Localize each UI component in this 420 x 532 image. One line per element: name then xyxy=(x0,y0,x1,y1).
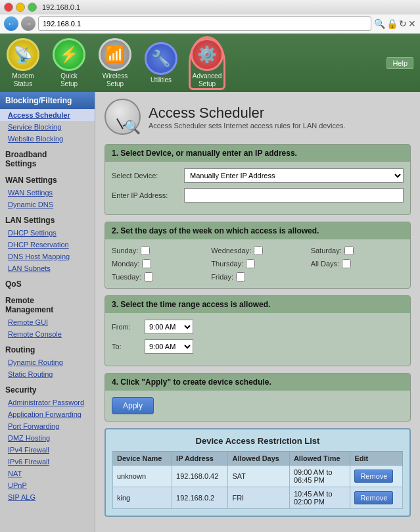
sidebar-item-admin-password[interactable]: Administrator Password xyxy=(0,397,95,408)
from-time-select[interactable]: 12:00 AM1:00 AM2:00 AM 3:00 AM4:00 AM5:0… xyxy=(145,320,193,334)
sidebar-item-port-forwarding[interactable]: Port Forwarding xyxy=(0,420,95,432)
section3-body: From: 12:00 AM1:00 AM2:00 AM 3:00 AM4:00… xyxy=(105,313,410,366)
section-apply: 4. Click "Apply" to create device schedu… xyxy=(105,373,411,422)
section3-title: 3. Select the time range access is allow… xyxy=(105,296,410,313)
sidebar-item-website-blocking[interactable]: Website Blocking xyxy=(0,133,95,145)
apply-button[interactable]: Apply xyxy=(112,397,154,414)
advanced-setup-icon: ⚙️ xyxy=(191,38,223,71)
title-bar: 192.168.0.1 xyxy=(0,0,420,14)
refresh-icon[interactable]: ↻ xyxy=(399,18,407,29)
sidebar-item-static-routing[interactable]: Static Routing xyxy=(0,368,95,380)
to-label: To: xyxy=(112,343,145,351)
page-title: Access Scheduler xyxy=(149,105,346,122)
sidebar-item-app-forwarding[interactable]: Application Forwarding xyxy=(0,408,95,420)
wireless-setup-icon: 📶 xyxy=(99,38,131,71)
sidebar-item-dhcp-settings[interactable]: DHCP Settings xyxy=(0,227,95,239)
url-input[interactable] xyxy=(38,16,371,31)
sidebar-item-nat[interactable]: NAT xyxy=(0,468,95,479)
tuesday-checkbox[interactable] xyxy=(144,272,153,281)
nav-advanced-setup[interactable]: ⚙️ AdvancedSetup xyxy=(191,38,223,88)
content-area: Blocking/Filtering Access Scheduler Serv… xyxy=(0,92,420,532)
sidebar-routing-label: Routing xyxy=(0,340,95,356)
sidebar-item-wan-settings[interactable]: WAN Settings xyxy=(0,187,95,199)
close-x-icon[interactable]: ✕ xyxy=(408,18,416,29)
nav-quick-setup[interactable]: ⚡ QuickSetup xyxy=(53,38,85,88)
sidebar-blocking-header[interactable]: Blocking/Filtering xyxy=(0,92,95,109)
sunday-checkbox[interactable] xyxy=(141,246,150,255)
clock-magnifier-icon: 🔍 xyxy=(105,99,141,135)
section-days: 2. Set the days of the week on which acc… xyxy=(105,222,411,289)
section-time: 3. Select the time range access is allow… xyxy=(105,295,411,366)
advanced-setup-label: AdvancedSetup xyxy=(193,72,222,88)
wireless-setup-label: WirelessSetup xyxy=(103,72,128,88)
section4-body: Apply xyxy=(105,391,410,421)
sidebar-item-dhcp-reservation[interactable]: DHCP Reservation xyxy=(0,239,95,251)
days-grid: Sunday: Wednesday: Saturday: Monday xyxy=(112,246,404,281)
page-header-text: Access Scheduler Access Scheduler sets I… xyxy=(149,105,346,130)
sidebar-item-ipv6-firewall[interactable]: IPv6 Firewall xyxy=(0,456,95,468)
device-name-cell: king xyxy=(113,487,172,509)
day-monday-row: Monday: xyxy=(112,259,204,268)
sidebar-item-sip-alg[interactable]: SIP ALG xyxy=(0,491,95,503)
nav-utilities[interactable]: 🔧 Utilities xyxy=(145,42,177,84)
table-row: unknown 192.168.0.42 SAT 09:00 AM to06:4… xyxy=(113,466,403,487)
thursday-checkbox[interactable] xyxy=(246,259,255,268)
quick-setup-icon: ⚡ xyxy=(53,38,85,71)
select-device-dropdown[interactable]: Manually Enter IP Address xyxy=(184,168,404,183)
window-title: 192.168.0.1 xyxy=(42,3,80,11)
remove-button-2[interactable]: Remove xyxy=(354,491,393,504)
sidebar-item-lan-subnets[interactable]: LAN Subnets xyxy=(0,262,95,274)
sidebar-item-dns-host-mapping[interactable]: DNS Host Mapping xyxy=(0,251,95,262)
nav-modem-status[interactable]: 📡 ModemStatus xyxy=(7,38,39,88)
col-allowed-days: Allowed Days xyxy=(228,452,289,466)
alldays-label: All Days: xyxy=(311,260,339,268)
section-device-select: 1. Select Device, or manually enter an I… xyxy=(105,144,411,215)
remove-button-1[interactable]: Remove xyxy=(354,470,393,483)
sidebar-item-access-scheduler[interactable]: Access Scheduler xyxy=(0,109,95,121)
monday-checkbox[interactable] xyxy=(142,259,151,268)
restriction-table: Device Name IP Address Allowed Days Allo… xyxy=(112,451,403,509)
back-button[interactable]: ← xyxy=(4,16,18,31)
page-header: 🔍 Access Scheduler Access Scheduler sets… xyxy=(105,99,411,135)
page: 📡 ModemStatus ⚡ QuickSetup 📶 WirelessSet… xyxy=(0,34,420,532)
to-time-select[interactable]: 12:00 AM1:00 AM2:00 AM 3:00 AM4:00 AM5:0… xyxy=(145,339,193,354)
sidebar-item-remote-gui[interactable]: Remote GUI xyxy=(0,316,95,328)
maximize-btn[interactable] xyxy=(28,3,37,12)
sidebar-qos-label: QoS xyxy=(0,274,95,291)
sidebar-item-ipv4-firewall[interactable]: IPv4 Firewall xyxy=(0,444,95,456)
ip-address-input[interactable] xyxy=(184,188,404,203)
magnifier-icon: 🔍 xyxy=(124,119,141,135)
help-button[interactable]: Help xyxy=(386,57,413,69)
nav-wireless-setup[interactable]: 📶 WirelessSetup xyxy=(99,38,131,88)
minimize-btn[interactable] xyxy=(16,3,25,12)
saturday-checkbox[interactable] xyxy=(344,246,354,255)
alldays-checkbox[interactable] xyxy=(342,259,351,268)
restriction-list-section: Device Access Restriction List Device Na… xyxy=(105,428,411,517)
thursday-label: Thursday: xyxy=(211,260,243,268)
sidebar-item-service-blocking[interactable]: Service Blocking xyxy=(0,121,95,133)
friday-checkbox[interactable] xyxy=(236,272,245,281)
help-area: Help xyxy=(386,57,413,69)
ip-address-cell: 192.168.0.2 xyxy=(172,487,228,509)
wednesday-checkbox[interactable] xyxy=(254,246,263,255)
main-content: 🔍 Access Scheduler Access Scheduler sets… xyxy=(95,92,420,532)
section2-body: Sunday: Wednesday: Saturday: Monday xyxy=(105,239,410,288)
sidebar-item-remote-console[interactable]: Remote Console xyxy=(0,328,95,340)
sidebar-item-upnp[interactable]: UPnP xyxy=(0,479,95,491)
sidebar-item-dmz-hosting[interactable]: DMZ Hosting xyxy=(0,432,95,444)
forward-button[interactable]: → xyxy=(21,16,35,31)
close-btn[interactable] xyxy=(4,3,13,12)
day-tuesday-row: Tuesday: xyxy=(112,272,204,281)
allowed-days-cell: FRI xyxy=(228,487,289,509)
browser-chrome: 192.168.0.1 ← → 🔍 🔒 ↻ ✕ xyxy=(0,0,420,34)
quick-setup-label: QuickSetup xyxy=(60,72,78,88)
sunday-label: Sunday: xyxy=(112,247,138,254)
col-allowed-time: Allowed Time xyxy=(289,452,350,466)
sidebar-item-dynamic-dns[interactable]: Dynamic DNS xyxy=(0,199,95,210)
lock-icon: 🔒 xyxy=(386,18,398,29)
from-label: From: xyxy=(112,323,145,331)
sidebar-item-dynamic-routing[interactable]: Dynamic Routing xyxy=(0,356,95,368)
col-edit: Edit xyxy=(350,452,403,466)
search-icon: 🔍 xyxy=(374,18,385,29)
section1-body: Select Device: Manually Enter IP Address… xyxy=(105,162,410,214)
